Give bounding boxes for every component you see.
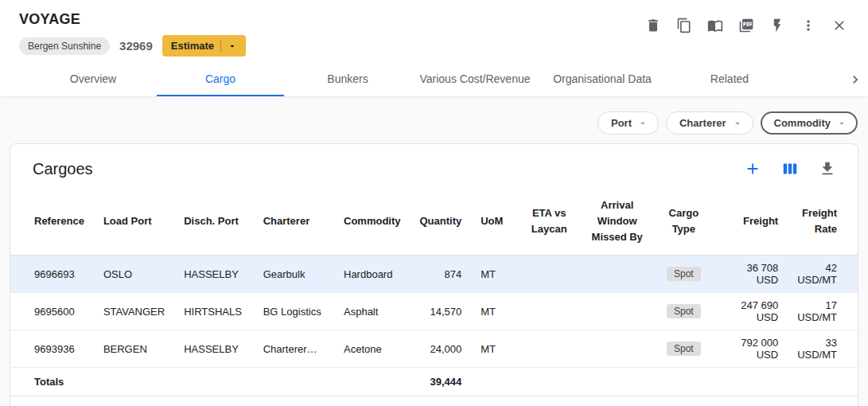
filter-charterer-label: Charterer	[679, 117, 726, 129]
tab-cargo[interactable]: Cargo	[157, 62, 284, 96]
cell-cargo-type: Spot	[652, 256, 714, 293]
table-row[interactable]: 9696693 OSLO HASSELBY Gearbulk Hardboard…	[10, 256, 858, 293]
cargoes-table: Reference Load Port Disch. Port Chartere…	[10, 188, 858, 396]
cargoes-card-header: Cargoes	[10, 144, 858, 188]
filter-charterer[interactable]: Charterer	[666, 111, 753, 135]
cell-arrival-window	[582, 293, 652, 330]
cell-reference: 9693936	[10, 330, 94, 368]
cargo-type-badge: Spot	[667, 342, 701, 356]
cell-load-port: OSLO	[94, 256, 174, 293]
filter-port-label: Port	[611, 117, 632, 129]
col-header-uom: UoM	[471, 188, 516, 256]
col-header-arrival-window: Arrival Window Missed By	[582, 188, 652, 256]
col-header-charterer: Charterer	[254, 188, 334, 256]
cell-freight-rate: 42 USD/MT	[788, 256, 858, 293]
cargoes-card: Cargoes Reference Load Port Disch. Port …	[10, 143, 858, 406]
voyage-subrow: Bergen Sunshine 32969 Estimate	[19, 35, 246, 57]
col-header-quantity: Quantity	[411, 188, 472, 256]
col-header-reference: Reference	[10, 188, 94, 256]
cell-reference: 9695600	[10, 293, 94, 330]
estimate-button[interactable]: Estimate	[162, 35, 246, 57]
cell-uom: MT	[471, 293, 516, 330]
chevron-right-icon	[847, 72, 863, 88]
table-row[interactable]: 9695600 STAVANGER HIRTSHALS BG Logistics…	[10, 293, 858, 330]
add-icon[interactable]	[743, 159, 762, 178]
cell-quantity: 874	[411, 256, 472, 293]
estimate-divider	[220, 41, 221, 52]
cell-disch-port: HIRTSHALS	[174, 293, 254, 330]
cell-eta-vs-laycan	[516, 256, 582, 293]
voyage-topbar: VOYAGE Bergen Sunshine 32969 Estimate Ov…	[0, 0, 868, 96]
cell-eta-vs-laycan	[516, 293, 582, 330]
chevron-down-icon	[836, 118, 847, 129]
col-header-cargo-type: Cargo Type	[652, 188, 714, 256]
header-row: VOYAGE Bergen Sunshine 32969 Estimate	[0, 0, 868, 57]
col-header-freight-rate: Freight Rate	[788, 188, 858, 256]
chevron-down-icon	[732, 118, 743, 129]
voyage-number: 32969	[119, 39, 153, 53]
table-row[interactable]: 9693936 BERGEN HASSELBY Charterer… Aceto…	[10, 330, 858, 368]
totals-label: Totals	[10, 368, 94, 396]
col-header-eta-vs-laycan: ETA vs Laycan	[516, 188, 582, 256]
chevron-down-icon	[228, 41, 237, 51]
table-header-row: Reference Load Port Disch. Port Chartere…	[10, 188, 858, 256]
cell-arrival-window	[582, 330, 652, 368]
tab-bar: Overview Cargo Bunkers Various Cost/Reve…	[0, 62, 868, 96]
tab-organisational-data[interactable]: Organisational Data	[539, 62, 666, 96]
book-icon[interactable]	[706, 16, 725, 35]
cargo-type-badge: Spot	[667, 304, 701, 318]
cargoes-title: Cargoes	[33, 160, 93, 178]
header-action-icons	[644, 16, 849, 35]
load-more-container: Load more	[10, 396, 858, 406]
copy-icon[interactable]	[675, 16, 694, 35]
page-title: VOYAGE	[19, 11, 246, 28]
pdf-icon[interactable]	[737, 16, 756, 35]
cell-freight: 247 690 USD	[714, 293, 788, 330]
cell-cargo-type: Spot	[652, 330, 714, 368]
cell-disch-port: HASSELBY	[174, 256, 254, 293]
tab-bunkers[interactable]: Bunkers	[284, 62, 411, 96]
cell-charterer: BG Logistics	[254, 293, 334, 330]
cell-freight: 792 000 USD	[714, 330, 788, 368]
cell-charterer: Gearbulk	[254, 256, 334, 293]
tabs-scroll-right[interactable]	[836, 62, 868, 96]
columns-icon[interactable]	[780, 159, 800, 178]
download-icon[interactable]	[818, 159, 837, 178]
chevron-down-icon	[637, 118, 648, 129]
delete-icon[interactable]	[644, 16, 663, 35]
totals-row: Totals 39,444	[10, 368, 858, 396]
cell-load-port: BERGEN	[94, 330, 174, 368]
col-header-freight: Freight	[714, 188, 788, 256]
close-icon[interactable]	[830, 16, 849, 35]
cell-reference: 9696693	[10, 256, 94, 293]
cell-eta-vs-laycan	[516, 330, 582, 368]
bolt-icon[interactable]	[768, 16, 787, 35]
tab-overview[interactable]: Overview	[29, 62, 157, 96]
kebab-icon[interactable]	[799, 16, 818, 35]
cell-disch-port: HASSELBY	[174, 330, 254, 368]
cell-commodity: Acetone	[334, 330, 411, 368]
cell-uom: MT	[471, 256, 516, 293]
filter-commodity-label: Commodity	[774, 117, 831, 129]
cell-charterer: Charterer…	[254, 330, 334, 368]
vessel-chip: Bergen Sunshine	[19, 37, 110, 55]
cell-commodity: Asphalt	[334, 293, 411, 330]
cargoes-actions	[743, 159, 837, 178]
header-left: VOYAGE Bergen Sunshine 32969 Estimate	[19, 11, 246, 57]
totals-quantity: 39,444	[411, 368, 472, 396]
cell-arrival-window	[582, 256, 652, 293]
cell-cargo-type: Spot	[652, 293, 714, 330]
filter-bar: Port Charterer Commodity	[0, 96, 868, 143]
cell-quantity: 14,570	[411, 293, 472, 330]
cell-quantity: 24,000	[411, 330, 472, 368]
tab-related[interactable]: Related	[666, 62, 793, 96]
cell-freight-rate: 17 USD/MT	[788, 293, 858, 330]
filter-port[interactable]: Port	[597, 111, 659, 135]
cell-freight-rate: 33 USD/MT	[788, 330, 858, 368]
cargo-type-badge: Spot	[667, 267, 701, 281]
tab-various-cost-revenue[interactable]: Various Cost/Revenue	[411, 62, 539, 96]
col-header-disch-port: Disch. Port	[174, 188, 254, 256]
cell-uom: MT	[471, 330, 516, 368]
filter-commodity[interactable]: Commodity	[761, 111, 858, 135]
col-header-load-port: Load Port	[94, 188, 174, 256]
